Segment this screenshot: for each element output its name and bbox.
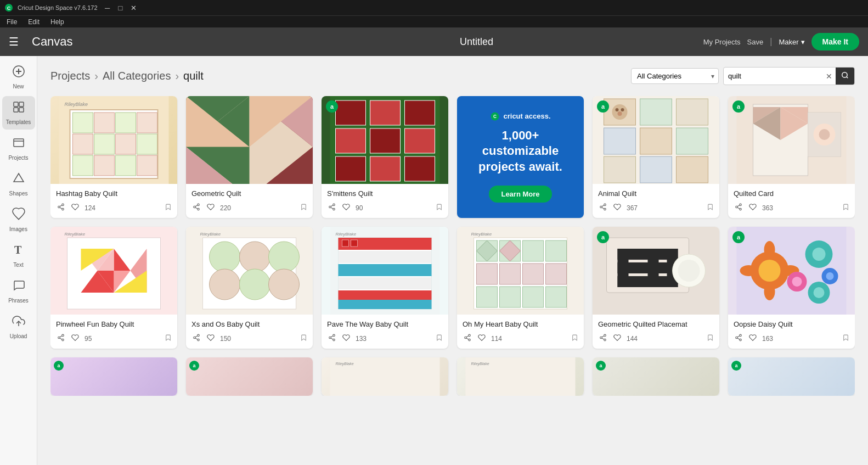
- access-badge-18: a: [731, 361, 741, 371]
- bookmark-button-10[interactable]: [571, 334, 578, 343]
- bookmark-button-8[interactable]: [300, 334, 307, 343]
- project-card-17[interactable]: a: [593, 357, 719, 396]
- sidebar-item-projects[interactable]: Projects: [2, 132, 35, 165]
- file-menu[interactable]: File: [4, 17, 19, 27]
- sidebar-item-upload[interactable]: Upload: [2, 310, 35, 344]
- search-button[interactable]: [836, 68, 854, 85]
- bookmark-button-12[interactable]: [842, 334, 849, 343]
- save-button[interactable]: Save: [747, 38, 764, 46]
- project-card-13[interactable]: a: [50, 357, 177, 396]
- bookmark-button-5[interactable]: [707, 203, 714, 212]
- share-button-1[interactable]: [56, 202, 66, 214]
- like-button-5[interactable]: [612, 202, 622, 214]
- card-info-12: Oopsie Daisy Quilt 163: [728, 315, 855, 349]
- bookmark-button-1[interactable]: [165, 203, 172, 212]
- project-card-9[interactable]: RileyBlake Pave Th: [322, 227, 448, 349]
- like-count-7: 95: [84, 335, 92, 343]
- sidebar-item-images[interactable]: Images: [2, 203, 35, 237]
- svg-rect-25: [116, 134, 136, 154]
- like-button-1[interactable]: [70, 202, 80, 214]
- sidebar-item-text[interactable]: T Text: [2, 239, 35, 272]
- search-input[interactable]: [724, 69, 822, 83]
- machine-selector[interactable]: Maker ▾: [779, 38, 804, 46]
- share-button-5[interactable]: [598, 202, 608, 214]
- project-card-1[interactable]: RileyBlake: [50, 96, 177, 218]
- like-count-6: 363: [762, 204, 773, 212]
- svg-point-116: [62, 339, 64, 341]
- sidebar-item-phrases[interactable]: Phrases: [2, 274, 35, 308]
- svg-rect-162: [523, 287, 544, 307]
- share-button-10[interactable]: [463, 333, 472, 344]
- like-button-3[interactable]: [341, 202, 351, 214]
- edit-menu[interactable]: Edit: [26, 17, 42, 27]
- project-card-3[interactable]: a: [322, 96, 448, 218]
- breadcrumb-projects[interactable]: Projects: [50, 70, 90, 82]
- like-button-7[interactable]: [70, 333, 80, 344]
- maximize-button[interactable]: □: [115, 2, 126, 13]
- like-button-2[interactable]: [206, 202, 216, 214]
- share-button-12[interactable]: [734, 333, 743, 344]
- svg-point-124: [210, 269, 240, 300]
- learn-more-button[interactable]: Learn More: [489, 186, 551, 203]
- card-title-2: Geometric Quilt: [191, 189, 307, 198]
- project-card-7[interactable]: RileyBlake: [50, 227, 177, 349]
- svg-line-205: [737, 336, 740, 337]
- svg-point-146: [333, 339, 335, 341]
- svg-rect-142: [342, 240, 349, 246]
- like-button-6[interactable]: [748, 202, 758, 214]
- new-icon: [12, 65, 25, 81]
- svg-line-49: [195, 208, 198, 209]
- share-button-8[interactable]: [191, 333, 201, 344]
- bookmark-button-6[interactable]: [842, 203, 849, 212]
- svg-point-82: [604, 204, 606, 206]
- project-card-6[interactable]: a: [728, 96, 855, 218]
- bookmark-button-9[interactable]: [436, 334, 443, 343]
- svg-rect-161: [500, 287, 521, 307]
- project-card-5[interactable]: a: [593, 96, 719, 218]
- bookmark-button-11[interactable]: [707, 334, 714, 343]
- bookmark-button-2[interactable]: [300, 203, 307, 212]
- access-badge-3: a: [326, 100, 338, 113]
- svg-point-198: [792, 277, 802, 287]
- like-button-8[interactable]: [206, 333, 216, 344]
- minimize-button[interactable]: ─: [102, 2, 113, 13]
- like-button-12[interactable]: [748, 333, 758, 344]
- project-card-10[interactable]: RileyBlake: [457, 227, 584, 349]
- bookmark-button-3[interactable]: [436, 203, 443, 212]
- hamburger-menu[interactable]: ☰: [9, 35, 19, 48]
- project-card-15[interactable]: RileyBlake: [322, 357, 448, 396]
- my-projects-link[interactable]: My Projects: [703, 38, 741, 46]
- card-actions-12: 163: [734, 333, 849, 344]
- svg-rect-57: [405, 128, 435, 153]
- make-it-button[interactable]: Make It: [811, 33, 859, 51]
- share-button-7[interactable]: [56, 333, 66, 344]
- share-button-2[interactable]: [191, 202, 201, 214]
- share-button-9[interactable]: [327, 333, 337, 344]
- svg-line-15: [847, 77, 848, 79]
- help-menu[interactable]: Help: [48, 17, 66, 27]
- close-button[interactable]: ✕: [128, 2, 139, 13]
- sidebar-item-new[interactable]: New: [2, 60, 35, 94]
- share-button-11[interactable]: [598, 333, 608, 344]
- project-card-2[interactable]: Geometric Quilt 220: [186, 96, 313, 218]
- sidebar-item-shapes[interactable]: Shapes: [2, 167, 35, 201]
- like-button-9[interactable]: [341, 333, 351, 344]
- search-clear-button[interactable]: ✕: [822, 70, 836, 83]
- project-card-11[interactable]: a: [593, 227, 719, 349]
- project-card-14[interactable]: a: [186, 357, 313, 396]
- svg-line-169: [466, 338, 469, 339]
- share-button-6[interactable]: [734, 202, 743, 214]
- category-select[interactable]: All Categories Cards Crafts Education Fa…: [631, 68, 719, 84]
- bookmark-button-7[interactable]: [165, 334, 172, 343]
- like-count-2: 220: [220, 204, 231, 212]
- project-card-12[interactable]: a: [728, 227, 855, 349]
- svg-point-144: [333, 334, 335, 337]
- like-button-11[interactable]: [612, 333, 622, 344]
- sidebar-item-templates[interactable]: Templates: [2, 96, 35, 130]
- breadcrumb-all-categories[interactable]: All Categories: [103, 70, 171, 82]
- project-card-8[interactable]: RileyBlake Xs and Os Baby Quilt: [186, 227, 313, 349]
- share-button-3[interactable]: [327, 202, 337, 214]
- like-button-10[interactable]: [477, 333, 487, 344]
- project-card-16[interactable]: RileyBlake: [457, 357, 584, 396]
- project-card-18[interactable]: a: [728, 357, 855, 396]
